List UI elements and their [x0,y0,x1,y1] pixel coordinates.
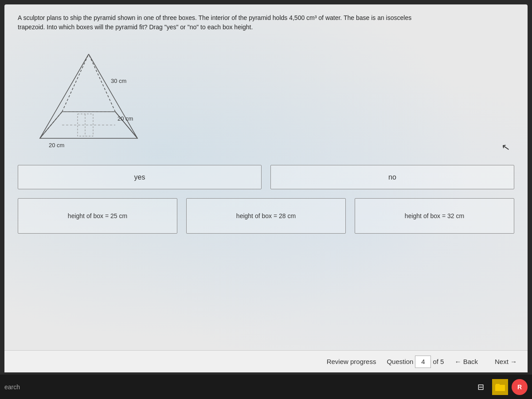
box-height-32[interactable]: height of box = 32 cm [355,198,514,234]
pyramid-area: 30 cm 20 cm 20 cm [27,41,151,156]
review-progress-button[interactable]: Review progress [321,355,383,368]
question-label: Question [387,358,413,365]
svg-rect-15 [495,385,505,391]
question-number-input[interactable] [415,356,431,368]
main-content: A sculptor plans to ship the pyramid sho… [4,4,528,372]
yes-drag-label[interactable]: yes [18,165,262,189]
question-indicator: Question of 5 [387,356,444,368]
svg-rect-16 [496,384,500,386]
box-heights-row: height of box = 25 cm height of box = 28… [18,198,514,234]
bottom-navigation-bar: Review progress Question of 5 ← Back Nex… [4,350,528,372]
pyramid-diagram: 30 cm 20 cm 20 cm [27,41,151,156]
no-drag-label[interactable]: no [270,165,514,189]
taskbar: earch ⊟ R [0,375,532,399]
svg-text:20 cm: 20 cm [117,115,133,122]
search-text: earch [4,383,20,391]
of-label: of 5 [433,358,444,365]
drag-labels-row: yes no [18,165,514,189]
svg-line-3 [62,54,89,112]
taskbar-icon-r[interactable]: R [512,379,528,395]
back-button[interactable]: ← Back [448,355,484,368]
svg-line-1 [40,54,89,138]
box-height-28[interactable]: height of box = 28 cm [186,198,346,234]
question-text: A sculptor plans to ship the pyramid sho… [18,13,417,32]
svg-text:20 cm: 20 cm [49,142,64,149]
taskbar-icon-table[interactable]: ⊟ [473,379,489,395]
svg-line-5 [40,112,62,138]
next-button[interactable]: Next → [489,355,523,368]
svg-text:30 cm: 30 cm [111,78,126,84]
cursor-icon: ↖ [501,141,511,154]
box-height-25[interactable]: height of box = 25 cm [18,198,177,234]
svg-line-2 [89,54,137,138]
taskbar-icon-folder[interactable] [492,379,508,395]
